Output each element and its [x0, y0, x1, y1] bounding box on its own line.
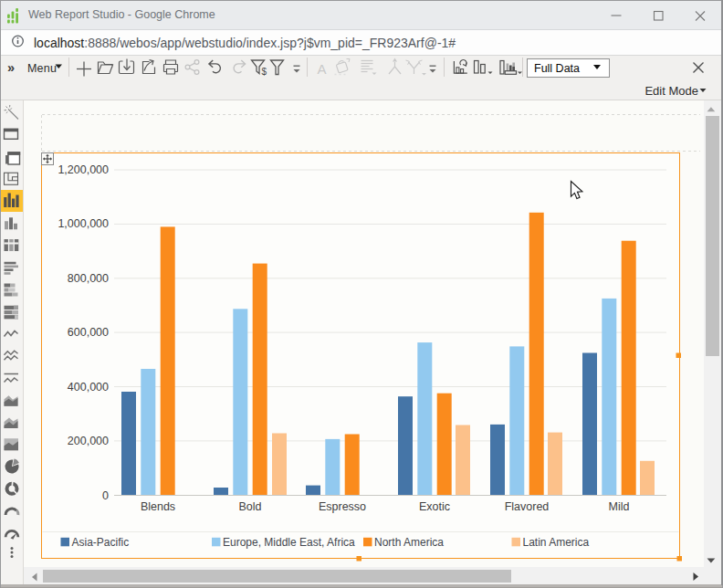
- svg-text:Mild: Mild: [609, 500, 630, 513]
- svg-text:$: $: [262, 67, 267, 77]
- svg-text:200,000: 200,000: [68, 435, 109, 447]
- svg-text:Bold: Bold: [238, 500, 261, 513]
- svg-text:Blends: Blends: [141, 500, 175, 513]
- svg-text:A: A: [318, 61, 327, 77]
- svg-text:800,000: 800,000: [68, 272, 109, 285]
- svg-text:1,000,000: 1,000,000: [58, 217, 109, 230]
- svg-text:0: 0: [102, 489, 109, 502]
- svg-text:Exotic: Exotic: [419, 500, 450, 513]
- svg-text:Europe, Middle East, Africa: Europe, Middle East, Africa: [223, 536, 355, 549]
- svg-text:Latin America: Latin America: [523, 536, 590, 549]
- svg-text:1,200,000: 1,200,000: [58, 163, 109, 176]
- svg-text:Flavored: Flavored: [505, 500, 550, 513]
- svg-text:North America: North America: [374, 536, 444, 549]
- svg-text:400,000: 400,000: [68, 381, 109, 394]
- svg-text:Asia-Pacific: Asia-Pacific: [72, 536, 130, 549]
- svg-text:600,000: 600,000: [68, 326, 109, 339]
- svg-text:Espresso: Espresso: [319, 500, 366, 513]
